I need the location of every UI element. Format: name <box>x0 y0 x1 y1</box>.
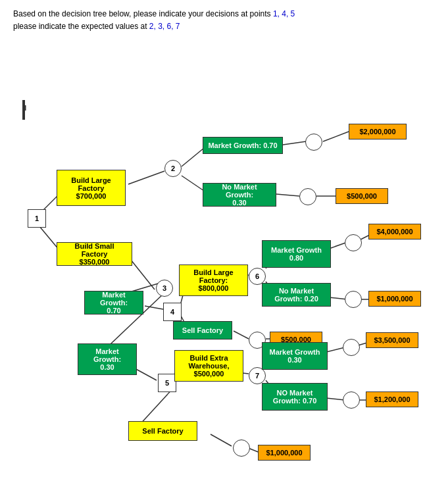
value-500k-top: $500,000 <box>336 188 388 204</box>
node-4: 4 <box>163 303 182 321</box>
instructions: Based on the decision tree below, please… <box>0 0 425 33</box>
svg-line-25 <box>135 368 157 380</box>
instruction-line1: Based on the decision tree below, please… <box>13 8 412 20</box>
circle-nmg030-top <box>299 188 316 205</box>
svg-line-6 <box>182 176 204 191</box>
value-1m-bot: $1,000,000 <box>258 445 311 461</box>
sell-factory-bot: Sell Factory <box>128 421 197 441</box>
build-extra-warehouse: Build ExtraWarehouse,$500,000 <box>174 350 243 382</box>
market-growth-070-top: Market Growth: 0.70 <box>203 137 283 154</box>
no-market-growth-070: NO MarketGrowth: 0.70 <box>262 383 328 411</box>
svg-line-2 <box>128 171 164 184</box>
market-growth-070-mid: Market Growth:0.70 <box>84 291 143 315</box>
build-small-factory-box: Build Small Factory$350,000 <box>57 242 132 266</box>
svg-line-32 <box>326 398 345 400</box>
value-35m: $3,500,000 <box>366 332 418 348</box>
node-2: 2 <box>164 160 182 177</box>
svg-line-35 <box>211 434 232 446</box>
circle-nmg020 <box>345 291 362 308</box>
svg-line-7 <box>276 194 299 196</box>
instruction-line2: please indicate the expected values at 2… <box>13 20 412 33</box>
svg-line-12 <box>145 306 163 309</box>
circle-nmg070 <box>343 391 360 409</box>
market-growth-080: Market Growth0.80 <box>262 240 331 268</box>
node-5: 5 <box>158 374 176 392</box>
decision-tree-diagram: 1 Build LargeFactory$700,000 2 Market Gr… <box>0 39 425 487</box>
market-growth-030-bot: MarketGrowth:0.30 <box>78 343 137 375</box>
svg-line-34 <box>138 387 174 426</box>
value-2m: $2,000,000 <box>349 124 407 139</box>
svg-line-22 <box>234 331 249 339</box>
circle-mg030-n7 <box>343 339 360 356</box>
circle-sf-bot <box>233 440 250 457</box>
circle-mg070-top <box>305 134 322 151</box>
value-4m: $4,000,000 <box>368 224 421 239</box>
svg-line-29 <box>326 347 345 352</box>
sell-factory-top: Sell Factory <box>173 321 232 340</box>
market-growth-030-n7: Market Growth0.30 <box>262 342 328 370</box>
svg-line-10 <box>128 257 155 290</box>
svg-line-3 <box>182 148 204 166</box>
node-1: 1 <box>28 209 46 228</box>
circle-mg080 <box>345 234 362 251</box>
node-3: 3 <box>156 280 173 297</box>
left-bar <box>22 100 25 120</box>
svg-line-4 <box>283 141 306 145</box>
value-12m: $1,200,000 <box>366 391 418 407</box>
value-1m-top: $1,000,000 <box>368 291 421 307</box>
no-market-growth-030-top: No Market Growth:0.30 <box>203 183 276 207</box>
build-large-factory-800: Build LargeFactory:$800,000 <box>179 265 248 296</box>
build-large-factory-box: Build LargeFactory$700,000 <box>57 170 126 206</box>
no-market-growth-020: No MarketGrowth: 0.20 <box>262 283 331 307</box>
svg-line-5 <box>323 132 349 141</box>
